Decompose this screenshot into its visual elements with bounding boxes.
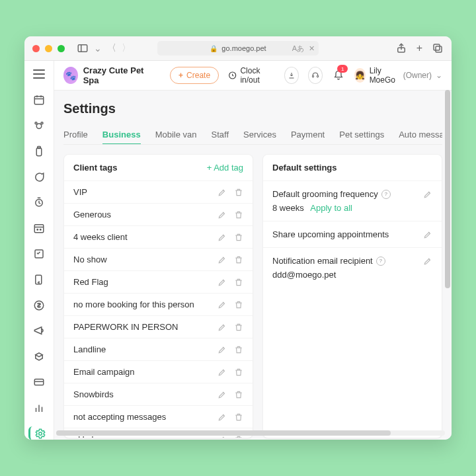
- browser-window: ⌄ 〈 〉 🔒 go.moego.pet Aあ ✕ +: [24, 36, 452, 440]
- nav-marketing[interactable]: [31, 324, 47, 338]
- tabs-overview-icon[interactable]: [432, 42, 444, 54]
- close-window-button[interactable]: [32, 45, 40, 52]
- tab-payment[interactable]: Payment: [291, 126, 325, 144]
- edit-tag-button[interactable]: [218, 278, 227, 287]
- tab-pet-settings[interactable]: Pet settings: [339, 126, 384, 144]
- left-rail: [24, 61, 54, 440]
- delete-tag-button[interactable]: [234, 323, 243, 332]
- minimize-window-button[interactable]: [45, 45, 52, 52]
- edit-share-button[interactable]: [423, 230, 432, 239]
- nav-forward-icon[interactable]: 〉: [122, 42, 131, 54]
- plus-icon: +: [178, 71, 183, 80]
- svg-point-18: [40, 229, 42, 231]
- toolbar-right: +: [395, 42, 444, 54]
- nav-reviews[interactable]: [31, 272, 47, 286]
- chevron-down-icon[interactable]: ⌄: [94, 43, 102, 54]
- business-brand[interactable]: 🐾 Crazy Cute Pet Spa: [63, 65, 149, 85]
- menu-toggle[interactable]: [31, 67, 47, 81]
- delete-tag-button[interactable]: [234, 300, 243, 309]
- info-icon[interactable]: ?: [381, 190, 391, 199]
- zoom-window-button[interactable]: [58, 45, 65, 52]
- url-bar[interactable]: 🔒 go.moego.pet Aあ ✕: [157, 41, 319, 56]
- nav-bookings[interactable]: [31, 221, 47, 235]
- nav-reports[interactable]: [31, 401, 47, 415]
- edit-tag-button[interactable]: [218, 210, 227, 219]
- svg-rect-29: [312, 75, 313, 77]
- nav-products[interactable]: [31, 144, 47, 158]
- new-tab-icon[interactable]: +: [416, 42, 422, 54]
- edit-notif-button[interactable]: [423, 257, 432, 266]
- edit-freq-button[interactable]: [423, 190, 432, 199]
- client-tags-header: Client tags + Add tag: [64, 155, 253, 180]
- client-tags-card: Client tags + Add tag VIPGenerous4 weeks…: [63, 154, 253, 438]
- notifications-button[interactable]: 1: [332, 67, 345, 83]
- add-tag-button[interactable]: + Add tag: [207, 163, 243, 173]
- edit-tag-button[interactable]: [218, 188, 227, 197]
- delete-tag-button[interactable]: [234, 390, 243, 399]
- clock-label: Clock in/out: [240, 66, 274, 85]
- edit-tag-button[interactable]: [218, 390, 227, 399]
- delete-tag-button[interactable]: [234, 255, 243, 264]
- tab-profile[interactable]: Profile: [63, 126, 88, 144]
- stop-reload-icon[interactable]: ✕: [309, 44, 315, 53]
- tag-row: Snowbirds: [64, 383, 253, 405]
- tab-auto-message[interactable]: Auto message: [399, 126, 442, 144]
- nav-calendar[interactable]: [31, 93, 47, 107]
- svg-point-9: [36, 124, 42, 129]
- nav-settings[interactable]: [28, 426, 48, 440]
- nav-checklist[interactable]: [31, 247, 47, 261]
- share-icon[interactable]: [395, 42, 407, 54]
- user-avatar: 👧: [354, 68, 365, 83]
- info-icon[interactable]: ?: [376, 257, 385, 266]
- tab-staff[interactable]: Staff: [212, 126, 229, 144]
- client-tags-title: Client tags: [73, 163, 117, 173]
- delete-tag-button[interactable]: [234, 210, 243, 219]
- setting-grooming-frequency: Default grooming frequency ? 8 weeks App…: [263, 180, 442, 221]
- scrollbar-thumb[interactable]: [56, 430, 391, 436]
- sidebar-toggle-icon[interactable]: [77, 42, 89, 54]
- tab-services[interactable]: Services: [243, 126, 276, 144]
- edit-tag-button[interactable]: [218, 345, 227, 354]
- edit-tag-button[interactable]: [218, 300, 227, 309]
- svg-point-11: [41, 122, 43, 124]
- svg-rect-3: [434, 44, 440, 50]
- nav-reminders[interactable]: [31, 196, 47, 210]
- clock-button[interactable]: Clock in/out: [228, 66, 275, 85]
- download-button[interactable]: [284, 67, 299, 84]
- horizontal-scrollbar[interactable]: [56, 430, 445, 436]
- nav-messages[interactable]: [31, 170, 47, 184]
- svg-rect-15: [34, 225, 44, 233]
- delete-tag-button[interactable]: [234, 345, 243, 354]
- vertical-scrollbar[interactable]: [445, 90, 450, 432]
- create-label: Create: [186, 71, 210, 80]
- tag-label: Snowbirds: [73, 389, 114, 399]
- edit-tag-button[interactable]: [218, 413, 227, 422]
- nav-packages[interactable]: [31, 350, 47, 364]
- edit-tag-button[interactable]: [218, 323, 227, 332]
- edit-tag-button[interactable]: [218, 255, 227, 264]
- apply-all-button[interactable]: Apply to all: [310, 203, 352, 213]
- nav-payments[interactable]: [31, 298, 47, 312]
- support-button[interactable]: [308, 67, 323, 84]
- business-avatar: 🐾: [63, 67, 78, 84]
- tab-mobile-van[interactable]: Mobile van: [155, 126, 197, 144]
- user-menu[interactable]: 👧 Lily MoeGo (Owner) ⌄: [354, 66, 442, 85]
- edit-tag-button[interactable]: [218, 368, 227, 377]
- content-columns: Client tags + Add tag VIPGenerous4 weeks…: [63, 154, 442, 438]
- svg-point-27: [38, 432, 42, 435]
- scrollbar-thumb[interactable]: [445, 90, 450, 288]
- delete-tag-button[interactable]: [234, 368, 243, 377]
- create-button[interactable]: + Create: [170, 67, 219, 84]
- edit-tag-button[interactable]: [218, 233, 227, 242]
- nav-card[interactable]: [31, 376, 47, 389]
- delete-tag-button[interactable]: [234, 233, 243, 242]
- reader-icon[interactable]: Aあ: [292, 44, 304, 54]
- nav-back-icon[interactable]: 〈: [107, 42, 116, 54]
- notifications-badge: 1: [337, 65, 348, 73]
- delete-tag-button[interactable]: [234, 413, 243, 422]
- tab-business[interactable]: Business: [102, 126, 141, 145]
- nav-pets[interactable]: [31, 119, 47, 133]
- page-title: Settings: [63, 101, 442, 116]
- delete-tag-button[interactable]: [234, 278, 243, 287]
- delete-tag-button[interactable]: [234, 188, 243, 197]
